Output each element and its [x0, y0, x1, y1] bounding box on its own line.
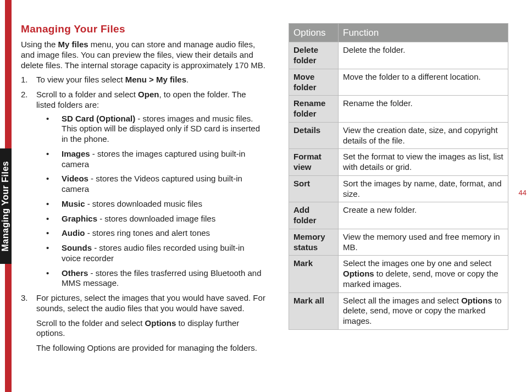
cell-function: Create a new folder. — [339, 202, 508, 229]
cell-function: View the memory used and free memory in … — [339, 229, 508, 256]
side-tab: Managing Your Files — [0, 148, 12, 264]
table-row: Add folderCreate a new folder. — [289, 202, 508, 229]
table-row: Mark allSelect all the images and select… — [289, 292, 508, 329]
step3-sub1: Scroll to the folder and select Options … — [36, 318, 265, 339]
intro-paragraph: Using the My files menu, you can store a… — [21, 40, 265, 70]
table-row: MarkSelect the images one by one and sel… — [289, 256, 508, 292]
cell-function: Rename the folder. — [339, 96, 508, 123]
cell-function: Sort the images by name, date, format, a… — [339, 175, 508, 202]
steps-list: 1. To view your files select Menu > My f… — [21, 75, 265, 354]
page-content: Managing Your Files Using the My files m… — [21, 23, 516, 358]
folder-bullet-item: SD Card (Optional) - stores images and m… — [36, 114, 265, 145]
cell-option: Delete folder — [289, 42, 339, 69]
cell-function: Set the format to view the images as lis… — [339, 149, 508, 176]
cell-function: Delete the folder. — [339, 42, 508, 69]
cell-option: Add folder — [289, 202, 339, 229]
folder-bullet-item: Images - stores the images captured usin… — [36, 149, 265, 170]
cell-option: Mark — [289, 256, 339, 292]
th-options: Options — [289, 24, 339, 42]
table-row: DetailsView the creation date, size, and… — [289, 122, 508, 149]
th-function: Function — [339, 24, 508, 42]
right-column: Options Function Delete folderDelete the… — [289, 23, 508, 358]
page-heading: Managing Your Files — [21, 23, 265, 35]
folder-bullet-item: Videos - stores the Videos captured usin… — [36, 174, 265, 195]
options-table: Options Function Delete folderDelete the… — [289, 23, 508, 330]
table-row: SortSort the images by name, date, forma… — [289, 175, 508, 202]
cell-function: Select the images one by one and select … — [339, 256, 508, 292]
cell-option: Format view — [289, 149, 339, 176]
step-2: 2. Scroll to a folder and select Open, t… — [21, 90, 265, 289]
cell-option: Details — [289, 122, 339, 149]
page-number: 44 — [519, 189, 527, 197]
table-row: Memory statusView the memory used and fr… — [289, 229, 508, 256]
cell-option: Rename folder — [289, 96, 339, 123]
cell-option: Mark all — [289, 292, 339, 329]
table-row: Move folderMove the folder to a differen… — [289, 69, 508, 96]
cell-function: Move the folder to a different location. — [339, 69, 508, 96]
folder-bullet-item: Sounds - stores audio files recorded usi… — [36, 243, 265, 264]
cell-option: Sort — [289, 175, 339, 202]
side-tab-label: Managing Your Files — [1, 161, 11, 251]
cell-function: View the creation date, size, and copyri… — [339, 122, 508, 149]
folder-bullet-item: Graphics - stores downloaded image files — [36, 214, 265, 224]
table-row: Format viewSet the format to view the im… — [289, 149, 508, 176]
step-1: 1. To view your files select Menu > My f… — [21, 75, 265, 85]
folder-bullet-item: Others - stores the files trasferred usi… — [36, 268, 265, 289]
cell-function: Select all the images and select Options… — [339, 292, 508, 329]
table-row: Delete folderDelete the folder. — [289, 42, 508, 69]
table-row: Rename folderRename the folder. — [289, 96, 508, 123]
cell-option: Memory status — [289, 229, 339, 256]
folder-bullet-item: Music - stores downloaded music files — [36, 199, 265, 209]
cell-option: Move folder — [289, 69, 339, 96]
folder-bullet-list: SD Card (Optional) - stores images and m… — [36, 114, 265, 289]
options-tbody: Delete folderDelete the folder.Move fold… — [289, 42, 508, 330]
step-3: 3. For pictures, select the images that … — [21, 293, 265, 354]
folder-bullet-item: Audio - stores ring tones and alert tone… — [36, 228, 265, 239]
step3-sub2: The following Options are provided for m… — [36, 343, 265, 354]
left-column: Managing Your Files Using the My files m… — [21, 23, 265, 358]
